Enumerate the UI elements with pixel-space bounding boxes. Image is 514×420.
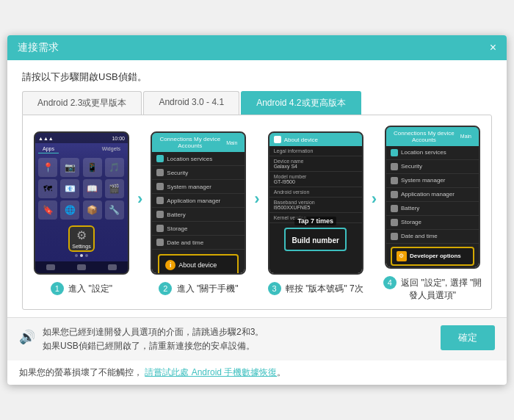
close-button[interactable]: ×	[490, 42, 496, 54]
build-info-baseband: Baseband version I9500XXUFNE5	[269, 198, 362, 213]
footer-row: 如果您的螢幕損壞了不能觸控， 請嘗試此處 Android 手機數據恢復。	[7, 361, 507, 385]
step-2-text: 進入 "關于手機"	[177, 283, 239, 294]
menu-item-datetime: Date and time	[152, 236, 245, 250]
connection-dialog: 連接需求 × 請按以下步驟開啟USB偵錯。 Android 2.3或更早版本 A…	[7, 35, 507, 385]
build-info-device: Device name Galaxy S4	[269, 156, 362, 172]
arrow-3: ›	[372, 189, 377, 209]
phone-screen-4: Connections My device Accounts Main Loca…	[385, 126, 480, 269]
steps-container: ▲▲▲ 10:00 Apps Widgets 📍 📷 📱	[30, 126, 484, 302]
phone4-header-title: Connections My device Accounts	[391, 130, 457, 143]
tab-bar: Android 2.3或更早版本 Android 3.0 - 4.1 Andro…	[22, 91, 492, 115]
app-icon: 🔖	[38, 200, 57, 220]
step-2: Connections My device Accounts Main Loca…	[147, 131, 250, 295]
ph4-menu-sysmgr: System manager	[386, 174, 479, 188]
build-number-box: Build number	[284, 228, 346, 251]
step-4-label: 4 返回 "設定", 選擇 "開發人員選項"	[381, 276, 484, 302]
info-line1: 如果您已經到達開發人員選項的介面，請跳過步驟2和3。	[43, 325, 264, 339]
dot	[85, 254, 88, 257]
ph4-storage-icon	[391, 219, 398, 226]
ph4-security-icon	[391, 163, 398, 170]
dot	[75, 254, 78, 257]
menu-item-battery: Battery	[152, 208, 245, 222]
step-number-2: 2	[159, 282, 172, 295]
arrow-1: ›	[137, 189, 142, 209]
speaker-icon: 🔊	[19, 327, 35, 348]
battery-icon	[156, 211, 164, 218]
tap7-overlay: Tap 7 times Build number	[269, 217, 362, 251]
about-device-btn: i About device	[158, 254, 239, 275]
settings-icon: ⚙ Settings	[68, 225, 95, 252]
phone3-header: About device	[269, 133, 362, 146]
tab-android-30[interactable]: Android 3.0 - 4.1	[143, 91, 239, 115]
app-icon: 📷	[60, 158, 79, 177]
app-icon: 🔧	[105, 200, 124, 220]
phone-screen-3: About device Legal information Device na…	[268, 131, 363, 275]
footer-text-prefix: 如果您的螢幕損壞了不能觸控，	[19, 367, 142, 377]
step-3: About device Legal information Device na…	[264, 131, 367, 295]
ph4-menu-security: Security	[386, 160, 479, 174]
arrow-2: ›	[254, 189, 259, 209]
build-info-legal: Legal information	[269, 146, 362, 156]
tap-7-label: Tap 7 times	[294, 217, 336, 225]
info-icon: i	[165, 260, 175, 270]
footer-link[interactable]: 請嘗試此處 Android 手機數據恢復	[145, 367, 277, 377]
ph4-menu-battery: Battery	[386, 202, 479, 216]
phone4-header: Connections My device Accounts Main	[386, 127, 479, 146]
settings-label: Settings	[72, 244, 90, 249]
app-icon: 📧	[60, 179, 79, 198]
app-icon: 📦	[83, 200, 102, 220]
ph4-battery-icon	[391, 205, 398, 212]
phone2-header-title: Connections My device Accounts	[156, 136, 223, 149]
app-icon: 📱	[83, 158, 102, 177]
ph4-location-icon	[391, 149, 398, 156]
step-1: ▲▲▲ 10:00 Apps Widgets 📍 📷 📱	[30, 131, 133, 295]
app-icon: 🗺	[38, 179, 57, 198]
gear-icon: ⚙	[76, 228, 87, 242]
developer-options-item: ⚙ Developer options	[391, 247, 474, 266]
menu-item-sysmanager: System manager	[152, 180, 245, 194]
step-4-text: 返回 "設定", 選擇 "開發人員選項"	[401, 278, 482, 300]
ph4-menu-storage: Storage	[386, 216, 479, 230]
ph4-menu-appmgr: Application manager	[386, 188, 479, 202]
widgets-tab: Widgets	[98, 145, 125, 153]
about-device-header-icon	[274, 136, 281, 143]
datetime-icon	[156, 239, 164, 246]
app-icon: 🌐	[60, 200, 79, 220]
dialog-title: 連接需求	[18, 41, 59, 54]
tab-android-42[interactable]: Android 4.2或更高版本	[241, 91, 361, 115]
apps-tab: Apps	[38, 145, 59, 153]
ph4-menu-datetime: Date and time	[386, 230, 479, 244]
step-3-text: 輕按 "版本號碼" 7次	[286, 283, 363, 294]
step-1-text: 進入 "設定"	[68, 283, 112, 294]
app-icon: 🎬	[105, 179, 124, 198]
appmanager-icon	[156, 197, 164, 204]
tab-android-23[interactable]: Android 2.3或更早版本	[22, 91, 142, 115]
nav-btn	[77, 264, 86, 270]
app-icon: 📍	[38, 158, 57, 177]
security-icon	[156, 169, 164, 176]
menu-item-security: Security	[152, 166, 245, 180]
info-section: 🔊 如果您已經到達開發人員選項的介面，請跳過步驟2和3。 如果USB偵錯已經開啟…	[7, 317, 507, 361]
main-badge-4: Main	[457, 133, 474, 140]
info-text: 如果您已經到達開發人員選項的介面，請跳過步驟2和3。 如果USB偵錯已經開啟了，…	[43, 325, 264, 353]
dialog-body: 請按以下步驟開啟USB偵錯。 Android 2.3或更早版本 Android …	[7, 60, 507, 317]
confirm-button[interactable]: 確定	[441, 325, 495, 350]
main-badge: Main	[223, 140, 240, 146]
app-icon: 🎵	[105, 158, 124, 177]
info-line2: 如果USB偵錯已經開啟了，請重新連接您的安卓設備。	[43, 339, 264, 353]
build-info-model: Model number GT-I9500	[269, 172, 362, 187]
location-icon	[156, 155, 164, 162]
storage-icon	[156, 225, 164, 232]
apps-grid: 📍 📷 📱 🎵 🗺 📧 📖 🎬 🔖 🌐 📦	[35, 155, 128, 222]
app-icon: 📖	[83, 179, 102, 198]
sysmanager-icon	[156, 183, 164, 190]
developer-options-text: Developer options	[410, 253, 461, 259]
phone-screen-1: ▲▲▲ 10:00 Apps Widgets 📍 📷 📱	[34, 131, 129, 275]
about-device-text: About device	[178, 261, 217, 269]
developer-icon: ⚙	[397, 251, 407, 261]
ph4-sysmgr-icon	[391, 177, 398, 184]
step-1-label: 1 進入 "設定"	[51, 282, 112, 295]
step-number-1: 1	[51, 282, 64, 295]
menu-item-location: Location services	[152, 152, 245, 166]
build-info-android: Android version	[269, 187, 362, 198]
